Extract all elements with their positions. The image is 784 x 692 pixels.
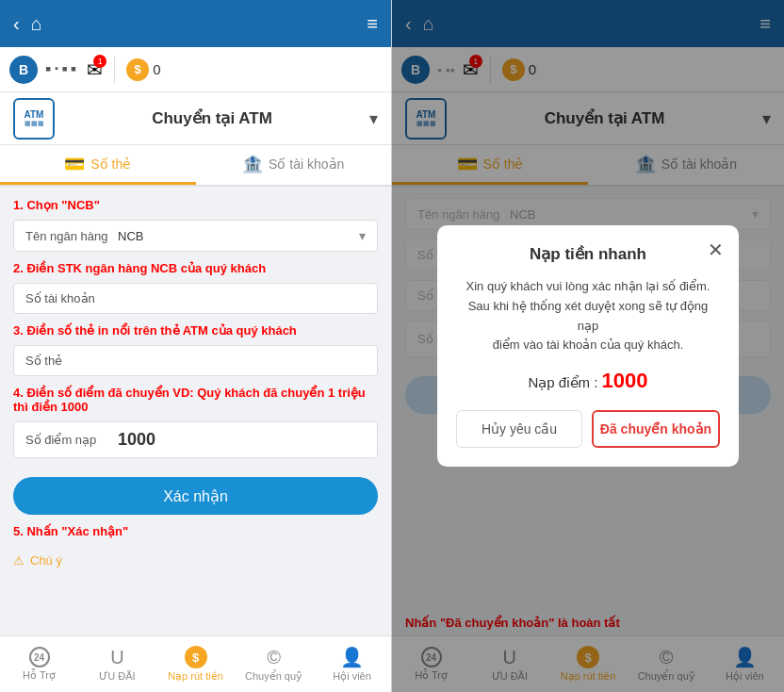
left-nav-transfer[interactable]: © Chuyển quỹ [235, 636, 313, 692]
modal-box: Nạp tiền nhanh ✕ Xin quý khách vui lòng … [437, 225, 739, 467]
left-account-label: Số tài khoản [25, 291, 110, 305]
left-nav-member-icon: 👤 [340, 646, 364, 668]
modal-overlay: Nạp tiền nhanh ✕ Xin quý khách vui lòng … [392, 0, 784, 692]
modal-body-line1: Xin quý khách vui lòng xác nhận lại số đ… [466, 279, 710, 293]
left-points-row[interactable]: Số điểm nạp 1000 [13, 421, 378, 458]
left-avatar: B [9, 56, 38, 84]
left-chevron-icon[interactable]: ▾ [369, 108, 378, 129]
left-nav-support-label: Hỗ Trợ [23, 669, 56, 682]
left-atm-icon: ATM ▦▦▦ [13, 98, 55, 140]
modal-close-icon[interactable]: ✕ [708, 239, 724, 261]
left-card-row[interactable]: Số thẻ [13, 345, 378, 376]
left-nav-offers-label: ƯU ĐÃI [99, 670, 135, 683]
left-points-label: Số điểm nạp [25, 433, 110, 447]
left-back-icon[interactable]: ‹ [13, 13, 20, 35]
left-confirm-button[interactable]: Xác nhận [13, 477, 378, 515]
modal-body: Xin quý khách vui lòng xác nhận lại số đ… [456, 277, 720, 355]
right-panel: ‹ ⌂ ≡ B ▪ ▪▪ ✉ 1 $ 0 ATM ▦▦▦ Chuyển tại … [392, 0, 784, 692]
left-card-label: Số thẻ [25, 354, 110, 368]
left-tab-card-label: Số thẻ [90, 157, 131, 172]
left-nav-topup-label: Nạp rút tiền [168, 670, 223, 683]
left-nav-member[interactable]: 👤 Hội viên [313, 636, 391, 692]
left-header-title: Chuyển tại ATM [66, 108, 358, 128]
left-nav-transfer-icon: © [267, 647, 281, 668]
left-content: 1. Chọn "NCB" Tên ngân hàng NCB ▾ 2. Điề… [0, 187, 391, 635]
left-tab-account[interactable]: 🏦 Số tài khoản [196, 145, 392, 185]
left-tab-card-icon: 💳 [64, 154, 85, 174]
left-nav-offers[interactable]: U ƯU ĐÃI [78, 636, 156, 692]
left-divider [114, 57, 115, 83]
left-nav-offers-icon: U [110, 647, 123, 668]
left-coin-area: $ 0 [126, 58, 160, 81]
left-mail-icon[interactable]: ✉ 1 [87, 58, 103, 81]
modal-body-line2: Sau khi hệ thống xét duyệt xong sẽ tự độ… [468, 299, 709, 333]
left-menu-icon[interactable]: ≡ [367, 13, 378, 35]
modal-points-row: Nạp điểm : 1000 [456, 369, 720, 393]
left-note-icon: ⚠ [13, 553, 24, 568]
modal-cancel-button[interactable]: Hủy yêu cầu [456, 410, 582, 448]
left-bank-row[interactable]: Tên ngân hàng NCB ▾ [13, 220, 378, 252]
left-home-icon[interactable]: ⌂ [31, 13, 42, 35]
left-nav-transfer-label: Chuyển quỹ [245, 670, 302, 683]
left-nav-topup-icon: $ [185, 646, 207, 668]
left-coin-value: 0 [153, 61, 160, 77]
left-panel: ‹ ⌂ ≡ B ▪·▪▪ ✉ 1 $ 0 ATM ▦▦▦ Chuyển tại … [0, 0, 392, 692]
left-topbar: ‹ ⌂ ≡ [0, 0, 391, 47]
left-points-value: 1000 [118, 430, 366, 450]
left-statusbar: B ▪·▪▪ ✉ 1 $ 0 [0, 47, 391, 92]
modal-points-value: 1000 [602, 369, 648, 392]
modal-buttons: Hủy yêu cầu Đã chuyển khoản [456, 410, 720, 448]
left-note: ⚠ Chú ý [13, 553, 378, 568]
left-nav-support-icon: 24 [29, 647, 50, 667]
left-step4: 4. Điền số điểm đã chuyển VD: Quý khách … [13, 386, 378, 414]
left-tab-card[interactable]: 💳 Số thẻ [0, 145, 196, 185]
left-tab-row: 💳 Số thẻ 🏦 Số tài khoản [0, 145, 391, 187]
left-bottom-nav: 24 Hỗ Trợ U ƯU ĐÃI $ Nạp rút tiền © Chuy… [0, 635, 391, 692]
left-nav-topup[interactable]: $ Nạp rút tiền [156, 636, 235, 692]
modal-body-line3: điểm vào tài khoản của quý khách. [493, 338, 684, 352]
left-coin-icon: $ [126, 58, 149, 81]
left-nav-support[interactable]: 24 Hỗ Trợ [0, 636, 78, 692]
modal-points-label: Nạp điểm : [529, 374, 598, 390]
left-header: ATM ▦▦▦ Chuyển tại ATM ▾ [0, 92, 391, 145]
left-step5: 5. Nhấn "Xác nhận" [13, 524, 378, 538]
left-tab-account-label: Số tài khoản [269, 157, 344, 172]
modal-title: Nạp tiền nhanh [456, 244, 720, 264]
left-bank-label: Tên ngân hàng [25, 229, 110, 243]
left-bank-value: NCB [118, 229, 351, 243]
left-bank-dropdown-icon[interactable]: ▾ [359, 228, 366, 243]
left-username: ▪·▪▪ [45, 59, 79, 79]
left-note-label: Chú ý [30, 553, 62, 568]
left-step2: 2. Điền STK ngân hàng NCB của quý khách [13, 261, 378, 275]
left-nav-member-label: Hội viên [333, 670, 371, 683]
modal-confirm-button[interactable]: Đã chuyển khoản [592, 410, 720, 448]
left-tab-account-icon: 🏦 [242, 154, 263, 174]
left-account-row[interactable]: Số tài khoản [13, 283, 378, 314]
left-step3: 3. Điền số thẻ in nổi trên thẻ ATM của q… [13, 323, 378, 338]
left-step1: 1. Chọn "NCB" [13, 198, 378, 212]
